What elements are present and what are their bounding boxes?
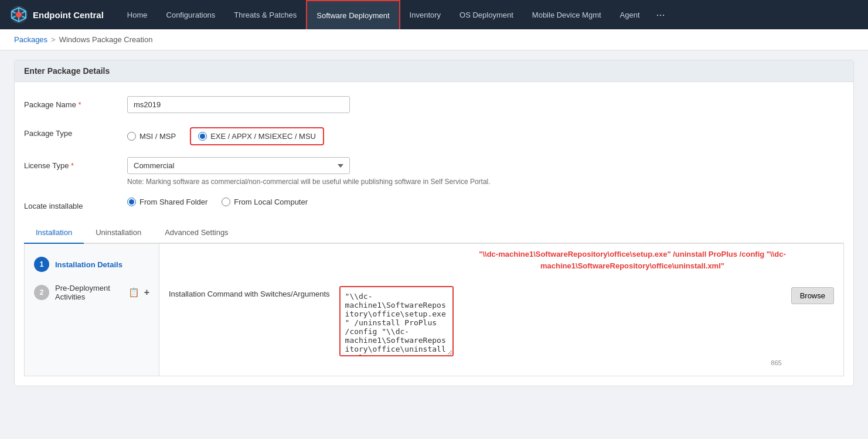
step-pre-deployment[interactable]: 2 Pre-Deployment Activities 📋 + (25, 278, 159, 307)
package-type-controls: MSI / MSP EXE / APPX / MSIEXEC / MSU (127, 125, 844, 145)
package-name-row: Package Name * (24, 96, 844, 113)
from-shared-folder-label: From Shared Folder (139, 198, 207, 206)
tab-content-area: 1 Installation Details 2 Pre-Deployment … (24, 244, 844, 376)
from-shared-folder-radio[interactable] (127, 198, 136, 206)
package-details-card: Enter Package Details Package Name * Pac… (14, 60, 854, 386)
installation-command-textarea[interactable]: \"\\dc-machine1\SoftwareRepository\offic… (339, 286, 454, 356)
locate-installable-controls: From Shared Folder From Local Computer (127, 198, 844, 206)
step-content-panel: "\\dc-machine1\SoftwareRepository\office… (159, 244, 843, 376)
nav-agent[interactable]: Agent (611, 0, 649, 29)
license-type-select[interactable]: Commercial Non-Commercial (127, 157, 350, 174)
app-logo[interactable]: Endpoint Central (9, 5, 104, 24)
top-navigation: Endpoint Central Home Configurations Thr… (0, 0, 868, 29)
exe-appx-radio[interactable] (198, 132, 207, 141)
tab-uninstallation[interactable]: Uninstallation (84, 222, 153, 244)
from-local-computer-option[interactable]: From Local Computer (222, 198, 308, 206)
app-name: Endpoint Central (33, 10, 104, 20)
tab-installation[interactable]: Installation (24, 222, 84, 244)
step-2-add-icon[interactable]: + (144, 287, 149, 298)
msi-msp-label: MSI / MSP (139, 132, 176, 141)
package-type-row: Package Type MSI / MSP EXE / APPX / MSIE… (24, 125, 844, 145)
nav-os-deployment[interactable]: OS Deployment (450, 0, 523, 29)
from-local-computer-label: From Local Computer (234, 198, 308, 206)
highlight-command-text: "\\dc-machine1\SoftwareRepository\office… (468, 246, 796, 274)
step-installation-details[interactable]: 1 Installation Details (25, 251, 159, 278)
nav-mobile-device-mgmt[interactable]: Mobile Device Mgmt (523, 0, 611, 29)
logo-icon (9, 5, 28, 24)
exe-appx-label: EXE / APPX / MSIEXEC / MSU (210, 132, 316, 141)
locate-installable-row: Locate installable From Shared Folder Fr… (24, 198, 844, 210)
nav-software-deployment[interactable]: Software Deployment (306, 0, 400, 29)
nav-links: Home Configurations Threats & Patches So… (118, 0, 859, 29)
step-2-clipboard-icon[interactable]: 📋 (128, 287, 139, 298)
locate-installable-label: Locate installable (24, 198, 118, 210)
package-name-label: Package Name * (24, 96, 118, 109)
package-name-controls (127, 96, 844, 113)
msi-msp-radio[interactable] (127, 132, 136, 141)
char-count: 865 (339, 359, 782, 366)
license-type-label: License Type * (24, 157, 118, 170)
step-2-circle: 2 (34, 285, 49, 300)
step-2-actions: 📋 + (128, 287, 149, 298)
exe-appx-option[interactable]: EXE / APPX / MSIEXEC / MSU (198, 132, 316, 141)
breadcrumb-separator: > (51, 35, 56, 44)
from-shared-folder-option[interactable]: From Shared Folder (127, 198, 207, 206)
locate-radio-group: From Shared Folder From Local Computer (127, 198, 844, 206)
exe-appx-option-highlighted: EXE / APPX / MSIEXEC / MSU (190, 127, 324, 145)
nav-home[interactable]: Home (118, 0, 157, 29)
breadcrumb: Packages > Windows Package Creation (0, 29, 868, 50)
card-header: Enter Package Details (15, 60, 853, 82)
nav-configurations[interactable]: Configurations (157, 0, 225, 29)
tab-advanced-settings[interactable]: Advanced Settings (153, 222, 240, 244)
package-type-radio-group: MSI / MSP EXE / APPX / MSIEXEC / MSU (127, 125, 844, 145)
browse-button[interactable]: Browse (791, 287, 834, 304)
breadcrumb-current: Windows Package Creation (59, 35, 153, 44)
nav-inventory[interactable]: Inventory (400, 0, 450, 29)
step-2-label: Pre-Deployment Activities (55, 284, 122, 301)
svg-point-1 (16, 12, 22, 18)
tabs-bar: Installation Uninstallation Advanced Set… (24, 222, 844, 244)
package-type-label: Package Type (24, 125, 118, 138)
package-name-input[interactable] (127, 96, 350, 113)
msi-msp-option[interactable]: MSI / MSP (127, 132, 176, 141)
cmd-input-area: \"\\dc-machine1\SoftwareRepository\offic… (339, 286, 782, 366)
cmd-row: Installation Command with Switches/Argum… (169, 286, 834, 366)
breadcrumb-parent[interactable]: Packages (14, 35, 47, 44)
steps-sidebar: 1 Installation Details 2 Pre-Deployment … (25, 244, 159, 376)
cmd-label: Installation Command with Switches/Argum… (169, 286, 330, 298)
license-note: Note: Marking software as commercial/non… (127, 178, 844, 186)
card-body: Package Name * Package Type MSI / MSP (15, 82, 853, 386)
license-type-row: License Type * Commercial Non-Commercial… (24, 157, 844, 186)
step-1-circle: 1 (34, 257, 49, 272)
step-1-label: Installation Details (55, 260, 122, 269)
cmd-section: Installation Command with Switches/Argum… (169, 286, 834, 366)
nav-threats-patches[interactable]: Threats & Patches (224, 0, 306, 29)
from-local-computer-radio[interactable] (222, 198, 230, 206)
nav-more[interactable]: ··· (649, 9, 672, 21)
license-type-controls: Commercial Non-Commercial Note: Marking … (127, 157, 844, 186)
main-content: Enter Package Details Package Name * Pac… (0, 50, 868, 396)
